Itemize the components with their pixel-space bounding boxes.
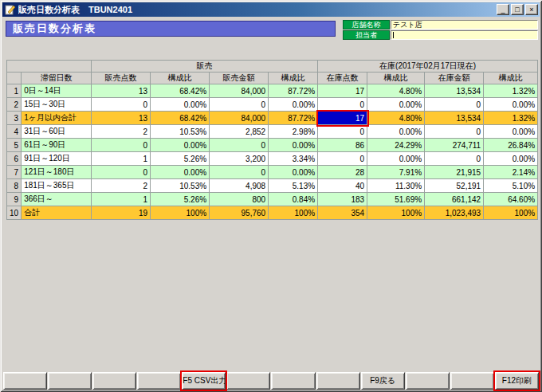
corner-header bbox=[7, 61, 92, 73]
table-cell[interactable]: 0.00% bbox=[269, 139, 318, 152]
table-cell[interactable]: 0.00% bbox=[484, 98, 538, 112]
table-cell[interactable]: 1 bbox=[92, 152, 151, 166]
table-cell[interactable]: 26.84% bbox=[484, 139, 538, 152]
table-cell[interactable]: 87.72% bbox=[269, 112, 318, 125]
table-cell[interactable]: 52,191 bbox=[425, 179, 484, 193]
table-cell[interactable]: 0 bbox=[210, 98, 269, 112]
maximize-button[interactable]: □ bbox=[511, 4, 524, 15]
table-cell[interactable]: 0 bbox=[210, 139, 269, 152]
table-cell[interactable]: 0.00% bbox=[367, 125, 425, 139]
table-cell[interactable]: 4.80% bbox=[367, 84, 425, 98]
table-cell[interactable]: 11.30% bbox=[367, 179, 425, 193]
table-cell[interactable]: 1 bbox=[92, 193, 151, 206]
row-number: 4 bbox=[7, 125, 22, 139]
table-cell[interactable]: 87.72% bbox=[269, 84, 318, 98]
table-cell[interactable]: 0.00% bbox=[367, 98, 425, 112]
table-cell[interactable]: 100% bbox=[269, 206, 318, 220]
table-cell[interactable]: 24.29% bbox=[367, 139, 425, 152]
table-cell[interactable]: 0 bbox=[92, 166, 151, 179]
table-cell[interactable]: 0 bbox=[425, 152, 484, 166]
f12-print-button[interactable]: F12印刷 bbox=[495, 372, 539, 390]
table-cell[interactable]: 100% bbox=[367, 206, 425, 220]
table-cell[interactable]: 17 bbox=[318, 84, 367, 98]
table-cell[interactable]: 13,534 bbox=[425, 84, 484, 98]
table-cell[interactable]: 19 bbox=[92, 206, 151, 220]
table-cell[interactable]: 2 bbox=[92, 125, 151, 139]
row-number: 5 bbox=[7, 139, 22, 152]
minimize-button[interactable]: _ bbox=[497, 4, 509, 15]
table-cell[interactable]: 10.53% bbox=[151, 179, 210, 193]
table-cell[interactable]: 0 bbox=[318, 125, 367, 139]
table-cell[interactable]: 68.42% bbox=[151, 112, 210, 125]
table-cell[interactable]: 0 bbox=[92, 139, 151, 152]
fkey-f7-button bbox=[271, 372, 315, 390]
table-cell[interactable]: 13 bbox=[92, 112, 151, 125]
table-cell[interactable]: 0.00% bbox=[269, 166, 318, 179]
store-name-field[interactable]: テスト店 bbox=[391, 20, 538, 29]
table-cell[interactable]: 274,711 bbox=[425, 139, 484, 152]
table-cell[interactable]: 13 bbox=[92, 84, 151, 98]
table-cell[interactable]: 68.42% bbox=[151, 84, 210, 98]
table-row: 10日～14日1368.42%84,00087.72%174.80%13,534… bbox=[7, 84, 538, 98]
close-button[interactable]: × bbox=[525, 4, 538, 15]
table-cell[interactable]: 2 bbox=[92, 179, 151, 193]
selected-cell[interactable]: 17 bbox=[318, 112, 367, 125]
column-header: 在庫点数 bbox=[318, 73, 367, 84]
table-cell[interactable]: 100% bbox=[484, 206, 538, 220]
f9-back-button[interactable]: F9戻る bbox=[361, 372, 405, 390]
table-cell[interactable]: 5.13% bbox=[269, 179, 318, 193]
table-cell[interactable]: 0.00% bbox=[484, 152, 538, 166]
table-cell[interactable]: 2.98% bbox=[269, 125, 318, 139]
table-cell[interactable]: 21,915 bbox=[425, 166, 484, 179]
table-cell[interactable]: 5.10% bbox=[484, 179, 538, 193]
table-cell[interactable]: 0.00% bbox=[269, 98, 318, 112]
column-header: 構成比 bbox=[367, 73, 425, 84]
table-cell[interactable]: 0 bbox=[92, 98, 151, 112]
table-cell[interactable]: 4.80% bbox=[367, 112, 425, 125]
table-cell[interactable]: 800 bbox=[210, 193, 269, 206]
table-cell[interactable]: 4,908 bbox=[210, 179, 269, 193]
staff-field[interactable] bbox=[391, 30, 538, 40]
table-cell[interactable]: 86 bbox=[318, 139, 367, 152]
row-number: 10 bbox=[7, 206, 22, 220]
table-cell[interactable]: 354 bbox=[318, 206, 367, 220]
table-cell[interactable]: 0.00% bbox=[484, 125, 538, 139]
table-cell[interactable]: 7.91% bbox=[367, 166, 425, 179]
table-cell[interactable]: 0.84% bbox=[269, 193, 318, 206]
table-cell[interactable]: 84,000 bbox=[210, 84, 269, 98]
table-cell[interactable]: 0 bbox=[318, 152, 367, 166]
table-cell[interactable]: 0 bbox=[318, 98, 367, 112]
table-cell[interactable]: 1.32% bbox=[484, 84, 538, 98]
table-cell[interactable]: 40 bbox=[318, 179, 367, 193]
table-cell[interactable]: 3,200 bbox=[210, 152, 269, 166]
row-label: 0日～14日 bbox=[22, 84, 92, 98]
row-number-header bbox=[7, 73, 22, 84]
table-cell[interactable]: 10.53% bbox=[151, 125, 210, 139]
table-cell[interactable]: 1,023,493 bbox=[425, 206, 484, 220]
table-cell[interactable]: 5.26% bbox=[151, 152, 210, 166]
f5-csv-export-button[interactable]: F5 CSV出力 bbox=[182, 372, 226, 390]
table-cell[interactable]: 2.14% bbox=[484, 166, 538, 179]
table-cell[interactable]: 0.00% bbox=[151, 139, 210, 152]
table-cell[interactable]: 0 bbox=[425, 125, 484, 139]
table-cell[interactable]: 51.69% bbox=[367, 193, 425, 206]
table-cell[interactable]: 0.00% bbox=[151, 98, 210, 112]
table-cell[interactable]: 0.00% bbox=[151, 166, 210, 179]
table-cell[interactable]: 2,852 bbox=[210, 125, 269, 139]
table-cell[interactable]: 95,760 bbox=[210, 206, 269, 220]
table-cell[interactable]: 64.60% bbox=[484, 193, 538, 206]
table-cell[interactable]: 5.26% bbox=[151, 193, 210, 206]
table-cell[interactable]: 0 bbox=[425, 98, 484, 112]
table-cell[interactable]: 1.32% bbox=[484, 112, 538, 125]
table-cell[interactable]: 13,534 bbox=[425, 112, 484, 125]
table-cell[interactable]: 100% bbox=[151, 206, 210, 220]
table-cell[interactable]: 84,000 bbox=[210, 112, 269, 125]
table-cell[interactable]: 0.00% bbox=[367, 152, 425, 166]
table-cell[interactable]: 3.34% bbox=[269, 152, 318, 166]
table-cell[interactable]: 0 bbox=[210, 166, 269, 179]
table-cell[interactable]: 183 bbox=[318, 193, 367, 206]
column-header: 在庫金額 bbox=[425, 73, 484, 84]
table-cell[interactable]: 28 bbox=[318, 166, 367, 179]
table-cell[interactable]: 661,142 bbox=[425, 193, 484, 206]
title-bar[interactable]: 販売日数分析表 TBUN2401 _ □ × bbox=[2, 2, 540, 17]
